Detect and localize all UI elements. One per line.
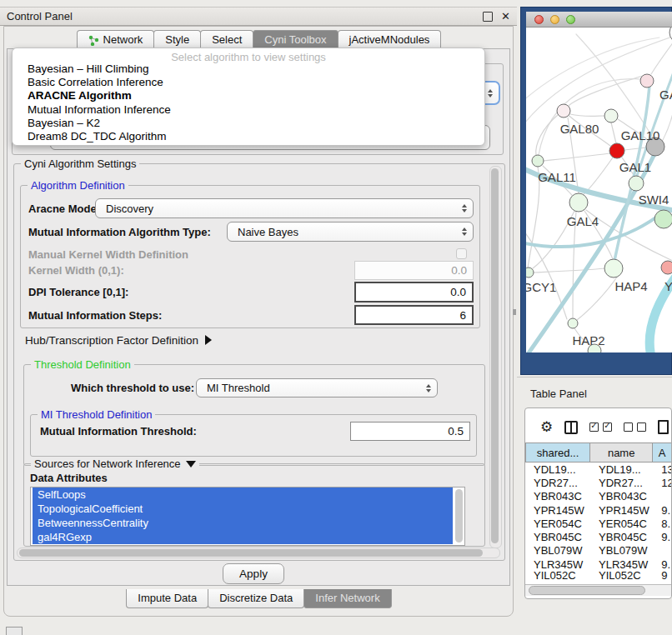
gear-icon[interactable]: ⚙ bbox=[540, 420, 553, 434]
node-label: GAL80 bbox=[560, 122, 599, 136]
column-header-partial[interactable]: A bbox=[653, 443, 671, 462]
attribute-item-selected[interactable]: TopologicalCoefficient bbox=[33, 502, 453, 516]
scrollbar-thumb[interactable] bbox=[19, 549, 483, 557]
node-hap2[interactable] bbox=[568, 318, 578, 328]
table-row[interactable]: YIL052C YIL052C 9 bbox=[525, 571, 671, 579]
manual-kernel-checkbox[interactable] bbox=[456, 248, 467, 259]
table-row[interactable]: YBR043C YBR043C bbox=[525, 490, 671, 503]
deselect-all-icon[interactable] bbox=[624, 422, 646, 432]
node-gal4[interactable] bbox=[569, 193, 588, 212]
node-gal1[interactable] bbox=[609, 143, 624, 158]
which-threshold-value: MI Threshold bbox=[207, 382, 270, 394]
tab-cyni-toolbox[interactable]: Cyni Toolbox bbox=[253, 30, 338, 49]
data-attributes-list[interactable]: SelfLoops TopologicalCoefficient Between… bbox=[30, 487, 465, 546]
table-row[interactable]: YBL079W YBL079W bbox=[525, 544, 671, 558]
aracne-mode-combo[interactable]: Discovery bbox=[95, 198, 474, 218]
tab-discretize-data[interactable]: Discretize Data bbox=[208, 589, 304, 608]
attribute-item-selected[interactable]: SelfLoops bbox=[33, 488, 453, 502]
select-all-icon[interactable] bbox=[589, 422, 612, 432]
bottom-tab-bar: Impute Data Discretize Data Infer Networ… bbox=[7, 589, 510, 608]
popup-item[interactable]: Mutual Information Inference bbox=[13, 103, 484, 117]
column-header-name[interactable]: name bbox=[590, 443, 653, 462]
tab-impute-data[interactable]: Impute Data bbox=[126, 589, 208, 608]
node-swi4[interactable] bbox=[629, 176, 644, 191]
expand-arrow-icon bbox=[205, 335, 212, 345]
cell-shared-name: YBR045C bbox=[525, 531, 590, 543]
scrollbar-thumb[interactable] bbox=[491, 168, 499, 543]
table-horizontal-scrollbar[interactable] bbox=[525, 584, 671, 596]
minimize-traffic-light[interactable] bbox=[550, 15, 559, 24]
table-panel-window: ⚙ shared... name A YDL19... YDL19... 13 … bbox=[524, 408, 672, 599]
node-gcy1[interactable] bbox=[526, 268, 534, 278]
stepper-icon bbox=[488, 89, 493, 98]
column-header-shared[interactable]: shared... bbox=[525, 443, 590, 462]
close-icon[interactable]: ✕ bbox=[501, 12, 510, 21]
node-hap4[interactable] bbox=[604, 259, 623, 278]
apply-button[interactable]: Apply bbox=[223, 563, 284, 584]
popup-item-selected[interactable]: ARACNE Algorithm bbox=[13, 89, 484, 102]
tab-network[interactable]: Network bbox=[77, 30, 155, 49]
table-body[interactable]: YDL19... YDL19... 13 YDR27... YDR27... 1… bbox=[525, 462, 671, 579]
mi-type-combo[interactable]: Naive Bayes bbox=[227, 222, 474, 242]
settings-horizontal-scrollbar[interactable] bbox=[17, 548, 500, 558]
node-gal-top[interactable] bbox=[640, 74, 654, 88]
attribute-item-selected[interactable]: BetweennessCentrality bbox=[33, 516, 453, 530]
popup-item[interactable]: Bayesian – K2 bbox=[13, 117, 484, 130]
network-nodes[interactable] bbox=[526, 28, 672, 352]
node-green-right[interactable] bbox=[654, 210, 672, 228]
table-row[interactable]: YDR27... YDR27... 12 bbox=[525, 476, 671, 489]
algorithm-definition-title: Algorithm Definition bbox=[28, 179, 128, 192]
which-threshold-combo[interactable]: MI Threshold bbox=[196, 378, 438, 398]
split-columns-icon[interactable] bbox=[564, 421, 578, 434]
sources-title-row[interactable]: Sources for Network Inference bbox=[31, 458, 199, 470]
minimized-panel-icon[interactable] bbox=[6, 627, 23, 635]
table-toolbar: ⚙ bbox=[525, 408, 671, 442]
float-window-icon[interactable] bbox=[483, 12, 493, 22]
network-graph[interactable]: GAL GAL80 GAL10 GAL1 GAL11 SWI4 GAL4 GCY… bbox=[526, 28, 672, 352]
tab-select[interactable]: Select bbox=[200, 30, 253, 49]
aracne-mode-value: Discovery bbox=[106, 202, 153, 215]
table-row[interactable]: YLR345W YLR345W 9. bbox=[525, 558, 671, 571]
popup-item[interactable]: Dream8 DC_TDC Algorithm bbox=[13, 130, 484, 143]
node-gal10[interactable] bbox=[604, 109, 618, 122]
apply-button-label: Apply bbox=[239, 568, 268, 580]
list-scrollbar-thumb[interactable] bbox=[455, 489, 463, 542]
node-salmon[interactable] bbox=[661, 261, 672, 274]
table-row[interactable]: YER054C YER054C 8. bbox=[525, 517, 671, 530]
stepper-icon bbox=[462, 204, 467, 212]
threshold-definition-title: Threshold Definition bbox=[31, 358, 134, 371]
node-gal11[interactable] bbox=[532, 155, 544, 167]
cell-name: YLR345W bbox=[590, 558, 653, 571]
settings-vertical-scrollbar[interactable] bbox=[489, 166, 502, 548]
node-gal80[interactable] bbox=[557, 104, 570, 118]
scrollbar-thumb[interactable] bbox=[529, 586, 645, 595]
file-icon[interactable] bbox=[658, 420, 669, 434]
zoom-traffic-light[interactable] bbox=[566, 15, 575, 24]
tab-jactivemnodules[interactable]: jActiveMNodules bbox=[338, 30, 442, 49]
close-traffic-light[interactable] bbox=[534, 15, 544, 24]
cell-shared-name: YIL052C bbox=[525, 571, 590, 579]
table-row[interactable]: YBR045C YBR045C 9. bbox=[525, 530, 671, 543]
cell-name: YBR045C bbox=[590, 531, 653, 543]
attribute-item-selected[interactable]: gal4RGexp bbox=[33, 530, 453, 544]
kernel-width-field[interactable]: 0.0 bbox=[354, 261, 474, 280]
network-view[interactable]: GAL GAL80 GAL10 GAL1 GAL11 SWI4 GAL4 GCY… bbox=[526, 28, 672, 352]
dpi-tolerance-field[interactable]: 0.0 bbox=[354, 282, 474, 302]
cell-name: YIL052C bbox=[590, 571, 653, 579]
table-row[interactable]: YDL19... YDL19... 13 bbox=[525, 462, 671, 476]
cell-value: 9. bbox=[653, 558, 671, 571]
tab-label: Discretize Data bbox=[219, 589, 293, 608]
mi-threshold-field[interactable]: 0.5 bbox=[350, 422, 470, 441]
popup-item[interactable]: Basic Correlation Inference bbox=[13, 76, 484, 89]
mi-steps-field[interactable]: 6 bbox=[354, 305, 474, 325]
popup-item[interactable]: Bayesian – Hill Climbing bbox=[13, 62, 484, 76]
tab-style[interactable]: Style bbox=[153, 30, 201, 49]
splitpane-handle[interactable] bbox=[513, 309, 516, 315]
mi-type-value: Naive Bayes bbox=[238, 226, 298, 238]
table-row[interactable]: YPR145W YPR145W 9. bbox=[525, 503, 671, 517]
node-label: GAL10 bbox=[621, 128, 660, 142]
node-label: GAL bbox=[659, 88, 672, 102]
network-window-titlebar[interactable] bbox=[526, 12, 672, 28]
hub-section-toggle[interactable]: Hub/Transcription Factor Definition bbox=[25, 333, 212, 347]
tab-infer-network[interactable]: Infer Network bbox=[303, 589, 391, 608]
